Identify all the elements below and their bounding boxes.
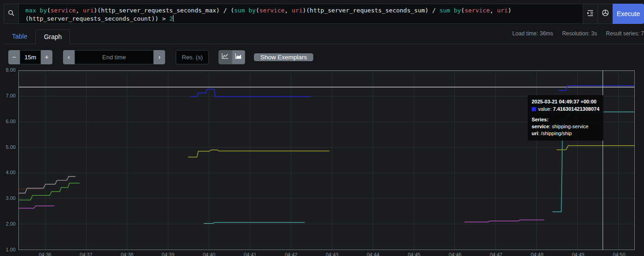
increase-duration-button[interactable]: + (41, 50, 52, 64)
x-axis-label: 04:47 (487, 252, 505, 256)
globe-icon (602, 9, 609, 18)
x-axis-label: 04:41 (241, 252, 259, 256)
format-expression-button[interactable] (583, 4, 598, 24)
resolution-control (176, 50, 209, 64)
x-axis-label: 04:38 (118, 252, 136, 256)
x-axis-label: 04:49 (569, 252, 587, 256)
show-exemplars-button[interactable]: Show Exemplars (254, 53, 313, 61)
y-axis-label: 7.00 (0, 93, 16, 98)
y-axis-label: 3.00 (0, 195, 16, 201)
tabs-row: Table Graph Load time: 36ms Resolution: … (4, 28, 644, 44)
graph-controls: − + ‹ › Show Exemplars (0, 44, 644, 64)
y-axis-label: 6.00 (0, 119, 16, 124)
x-axis-label: 04:39 (159, 252, 177, 256)
decrease-duration-button[interactable]: − (8, 50, 20, 64)
time-forward-button[interactable]: › (154, 50, 165, 64)
metrics-explorer-button[interactable] (598, 4, 613, 24)
execute-button[interactable]: Execute (613, 4, 644, 24)
search-icon (8, 10, 15, 18)
x-axis-label: 04:42 (282, 252, 300, 256)
result-series-stat: Result series: 7 (606, 30, 644, 37)
tooltip-value-label: value: (538, 106, 552, 112)
search-icon-box (4, 4, 18, 24)
tab-graph[interactable]: Graph (35, 29, 70, 44)
chart-type-toggle (218, 50, 245, 64)
y-axis-label: 1.00 (0, 247, 16, 252)
tooltip-series-heading: Series: (532, 116, 599, 123)
query-expression-input[interactable]: max by(service, uri)(http_server_request… (18, 4, 583, 24)
y-axis-label: 8.00 (0, 67, 16, 73)
y-axis-label: 2.00 (0, 221, 16, 227)
graph-area: 2025-03-21 04:49:37 +00:00 value: 7.4163… (0, 68, 644, 256)
x-axis-label: 04:37 (77, 252, 95, 256)
duration-input[interactable] (20, 50, 41, 64)
tooltip-timestamp: 2025-03-21 04:49:37 +00:00 (532, 98, 599, 105)
time-range-control: ‹ › (63, 50, 165, 64)
duration-control: − + (8, 50, 52, 64)
indent-lines-icon (587, 10, 594, 18)
query-stats: Load time: 36ms Resolution: 3s Result se… (505, 28, 644, 37)
line-graph-toggle-button[interactable] (218, 50, 232, 64)
y-axis-label: 5.00 (0, 144, 16, 150)
x-axis-label: 04:46 (446, 252, 464, 256)
y-axis-label: 4.00 (0, 170, 16, 175)
resolution-stat: Resolution: 3s (562, 30, 597, 37)
time-back-button[interactable]: ‹ (63, 50, 75, 64)
tooltip-value-row: value: 7.416301421308074 (532, 106, 599, 113)
end-time-input[interactable] (75, 50, 154, 64)
x-axis-label: 04:50 (610, 252, 628, 256)
x-axis-label: 04:36 (36, 252, 54, 256)
x-axis-label: 04:48 (528, 252, 546, 256)
resolution-input[interactable] (176, 50, 209, 64)
stacked-graph-toggle-button[interactable] (232, 50, 245, 64)
tooltip-value: 7.416301421308074 (553, 106, 599, 112)
text-cursor (173, 15, 173, 22)
tab-table[interactable]: Table (4, 29, 35, 44)
tooltip-label-uri: uri: /shipping/ship (532, 130, 599, 137)
x-axis-label: 04:43 (323, 252, 341, 256)
tooltip-label-service: service: shipping-service (532, 123, 599, 130)
series-color-swatch (532, 107, 536, 111)
x-axis-label: 04:44 (364, 252, 382, 256)
x-axis-label: 04:40 (200, 252, 218, 256)
query-bar: max by(service, uri)(http_server_request… (4, 4, 644, 24)
x-axis-label: 04:45 (405, 252, 423, 256)
line-chart-icon (222, 53, 229, 61)
load-time-stat: Load time: 36ms (512, 30, 553, 37)
hover-tooltip: 2025-03-21 04:49:37 +00:00 value: 7.4163… (528, 95, 604, 141)
stacked-chart-icon (235, 53, 242, 61)
